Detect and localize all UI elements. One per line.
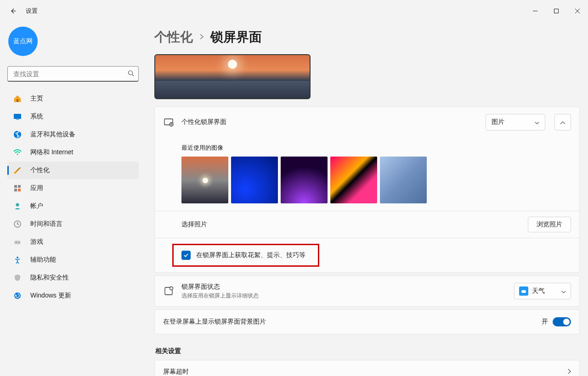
svg-point-4 xyxy=(129,71,133,75)
sidebar-item-privacy[interactable]: 隐私和安全性 xyxy=(7,269,139,286)
main-content: 个性化 锁屏界面 个性化锁屏界面 图片 最近使用的图像 xyxy=(146,22,588,376)
chevron-up-icon xyxy=(560,118,565,126)
screen-timeout-link[interactable]: 屏幕超时 xyxy=(154,360,580,376)
sidebar-item-label: 辅助功能 xyxy=(30,256,56,264)
update-icon xyxy=(12,290,23,301)
breadcrumb-current: 锁屏界面 xyxy=(210,28,262,46)
sidebar-item-label: Windows 更新 xyxy=(30,292,71,300)
titlebar: 设置 xyxy=(0,0,588,22)
search-icon xyxy=(128,70,134,78)
breadcrumb: 个性化 锁屏界面 xyxy=(154,28,580,46)
sidebar-item-apps[interactable]: 应用 xyxy=(7,180,139,197)
login-bg-toggle[interactable] xyxy=(553,317,571,326)
sidebar-item-time-language[interactable]: 时间和语言 xyxy=(7,215,139,233)
svg-point-10 xyxy=(17,154,18,155)
wifi-icon xyxy=(12,147,23,158)
svg-rect-1 xyxy=(554,9,559,13)
search-box xyxy=(7,66,139,82)
accessibility-icon xyxy=(12,254,23,265)
sidebar-item-system[interactable]: 系统 xyxy=(7,108,139,125)
home-icon xyxy=(12,93,23,104)
login-bg-label: 在登录屏幕上显示锁屏界面背景图片 xyxy=(163,318,542,326)
system-icon xyxy=(12,111,23,122)
personalize-card: 个性化锁屏界面 图片 最近使用的图像 xyxy=(154,107,580,273)
tips-checkbox-row: 在锁屏界面上获取花絮、提示、技巧等 xyxy=(155,238,579,272)
choose-photo-label: 选择照片 xyxy=(181,220,528,229)
sidebar-item-accessibility[interactable]: 辅助功能 xyxy=(7,251,139,269)
sidebar-item-label: 蓝牙和其他设备 xyxy=(30,130,75,139)
svg-rect-20 xyxy=(14,241,21,244)
close-button[interactable] xyxy=(567,4,588,18)
back-button[interactable] xyxy=(6,5,19,17)
svg-rect-15 xyxy=(18,189,21,191)
sidebar-item-update[interactable]: Windows 更新 xyxy=(7,287,139,304)
sidebar-item-label: 应用 xyxy=(30,184,43,192)
chevron-down-icon xyxy=(561,287,566,295)
recent-image-3[interactable] xyxy=(281,157,328,203)
breadcrumb-parent[interactable]: 个性化 xyxy=(154,28,193,46)
sidebar-item-bluetooth[interactable]: 蓝牙和其他设备 xyxy=(7,126,139,143)
thumbnails xyxy=(155,157,579,211)
sidebar-item-label: 主页 xyxy=(30,95,43,103)
screen-timeout-label: 屏幕超时 xyxy=(163,368,567,376)
collapse-button[interactable] xyxy=(554,114,571,130)
related-section-title: 相关设置 xyxy=(155,347,580,355)
sidebar-item-personalization[interactable]: 个性化 xyxy=(7,162,139,179)
avatar[interactable]: 蓝点网 xyxy=(8,27,38,56)
svg-point-23 xyxy=(17,257,18,258)
status-app-dropdown[interactable]: 天气 xyxy=(514,283,571,299)
sidebar-item-label: 游戏 xyxy=(30,238,43,246)
check-icon xyxy=(183,253,189,258)
chevron-down-icon xyxy=(535,118,539,126)
nav: 主页 系统 蓝牙和其他设备 网络和 Internet 个性化 应用 xyxy=(7,90,139,304)
window-title: 设置 xyxy=(26,7,38,15)
sidebar-item-label: 网络和 Internet xyxy=(30,148,73,157)
recent-image-2[interactable] xyxy=(231,157,278,203)
toggle-state-text: 开 xyxy=(542,318,548,326)
svg-point-11 xyxy=(14,172,17,174)
status-subtitle: 选择应用在锁屏上显示详细状态 xyxy=(181,292,507,300)
apps-icon xyxy=(12,183,23,194)
sidebar-item-accounts[interactable]: 帐户 xyxy=(7,197,139,215)
brush-icon xyxy=(12,165,23,176)
choose-photo-row: 选择照片 浏览照片 xyxy=(155,211,579,238)
lockscreen-preview xyxy=(154,54,311,99)
svg-point-16 xyxy=(16,203,19,207)
svg-rect-13 xyxy=(18,185,21,188)
recent-image-1[interactable] xyxy=(181,157,228,203)
svg-rect-7 xyxy=(14,114,21,119)
status-title: 锁屏界面状态 xyxy=(181,283,507,291)
sidebar-item-gaming[interactable]: 游戏 xyxy=(7,233,139,251)
sidebar-item-network[interactable]: 网络和 Internet xyxy=(7,144,139,161)
maximize-button[interactable] xyxy=(546,4,567,18)
recent-images-label: 最近使用的图像 xyxy=(155,137,579,157)
recent-image-4[interactable] xyxy=(330,157,377,203)
chevron-right-icon xyxy=(567,368,571,376)
user-icon xyxy=(12,201,23,212)
svg-point-24 xyxy=(14,292,21,299)
sidebar-item-label: 帐户 xyxy=(30,202,43,210)
svg-point-29 xyxy=(170,287,173,290)
search-input[interactable] xyxy=(7,66,139,82)
status-icon xyxy=(163,286,174,297)
sidebar-item-label: 个性化 xyxy=(30,166,50,174)
minimize-button[interactable] xyxy=(525,4,546,18)
card-title: 个性化锁屏界面 xyxy=(181,118,478,126)
chevron-right-icon xyxy=(199,34,204,41)
svg-point-21 xyxy=(16,242,17,243)
login-bg-card: 在登录屏幕上显示锁屏界面背景图片 开 xyxy=(154,309,580,334)
background-type-dropdown[interactable]: 图片 xyxy=(486,114,545,130)
sidebar-item-label: 时间和语言 xyxy=(30,220,62,228)
recent-image-5[interactable] xyxy=(380,157,427,203)
svg-rect-8 xyxy=(16,119,19,120)
status-card: 锁屏界面状态 选择应用在锁屏上显示详细状态 天气 xyxy=(154,275,580,307)
weather-icon xyxy=(519,286,528,296)
bluetooth-icon xyxy=(12,129,23,140)
svg-line-5 xyxy=(132,74,134,76)
browse-photos-button[interactable]: 浏览照片 xyxy=(528,217,571,232)
svg-rect-12 xyxy=(14,185,17,188)
tips-checkbox[interactable] xyxy=(181,251,191,260)
clock-icon xyxy=(12,219,23,230)
sidebar-item-home[interactable]: 主页 xyxy=(7,90,139,107)
gaming-icon xyxy=(12,236,23,247)
